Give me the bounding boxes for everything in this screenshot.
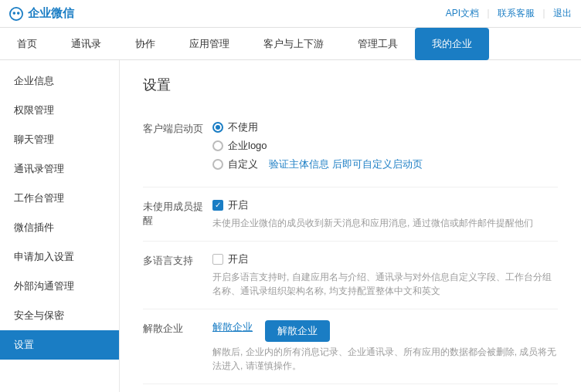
logo-text: 企业微信 [28, 6, 74, 21]
radio-option-logo[interactable]: 企业logo [212, 139, 558, 153]
radio-custom[interactable] [212, 159, 223, 170]
checkbox-reminder-label: 开启 [228, 198, 248, 212]
radio-no-use[interactable] [212, 122, 223, 133]
setting-label-multilang: 多语言支持 [143, 252, 212, 268]
radio-option-no-use[interactable]: 不使用 [212, 120, 558, 134]
checkbox-option-multilang[interactable]: 开启 [212, 252, 558, 266]
content-area: 设置 客户端启动页 不使用 企业logo 自定义 验证主体信息 后即可自定义启动… [120, 60, 581, 392]
radio-logo-label: 企业logo [228, 139, 267, 153]
nav-item-contacts[interactable]: 通讯录 [54, 28, 118, 60]
dissolve-section: 解散企业 解散企业 [212, 320, 558, 342]
setting-label-reminder: 未使用成员提醒 [143, 198, 212, 228]
nav-item-mycompany[interactable]: 我的企业 [415, 28, 489, 60]
checkbox-multilang-label: 开启 [228, 252, 248, 266]
sidebar-item-chat[interactable]: 聊天管理 [0, 125, 119, 154]
radio-no-use-label: 不使用 [228, 120, 258, 134]
api-link[interactable]: API文档 [446, 7, 479, 20]
nav-item-collab[interactable]: 协作 [118, 28, 172, 60]
sidebar: 企业信息 权限管理 聊天管理 通讯录管理 工作台管理 微信插件 申请加入设置 外… [0, 60, 120, 392]
nav-item-customer[interactable]: 客户与上下游 [246, 28, 341, 60]
setting-row-reminder: 未使用成员提醒 开启 未使用企业微信的成员收到新天消息和应用消息, 通过微信或邮… [143, 188, 558, 242]
multilang-hint: 开启多语言支持时, 自建应用名与介绍、通讯录与对外信息自定义字段、工作台分组名称… [212, 270, 558, 298]
sidebar-item-workbench[interactable]: 工作台管理 [0, 184, 119, 213]
logout-link[interactable]: 退出 [553, 7, 572, 20]
sidebar-item-wechat-plugin[interactable]: 微信插件 [0, 213, 119, 242]
radio-option-custom[interactable]: 自定义 验证主体信息 后即可自定义启动页 [212, 157, 558, 171]
dissolve-link[interactable]: 解散企业 [212, 320, 253, 334]
sidebar-item-company-info[interactable]: 企业信息 [0, 66, 119, 96]
sidebar-item-settings[interactable]: 设置 [0, 330, 119, 360]
setting-control-dissolve: 解散企业 解散企业 解散后, 企业内的所有消息记录、企业通讯录、所有应用的数据都… [212, 320, 558, 373]
nav-item-appmanage[interactable]: 应用管理 [172, 28, 246, 60]
sidebar-item-security[interactable]: 安全与保密 [0, 301, 119, 330]
sidebar-item-join-settings[interactable]: 申请加入设置 [0, 242, 119, 272]
page-title: 设置 [143, 76, 558, 94]
verify-link[interactable]: 验证主体信息 后即可自定义启动页 [269, 157, 423, 171]
divider1: ｜ [484, 7, 493, 20]
nav-item-tools[interactable]: 管理工具 [341, 28, 415, 60]
svg-point-0 [10, 7, 22, 19]
contact-link[interactable]: 联系客服 [498, 7, 535, 20]
dissolve-button[interactable]: 解散企业 [265, 320, 330, 342]
top-bar-links: API文档 ｜ 联系客服 ｜ 退出 [446, 7, 572, 20]
top-bar: 企业微信 API文档 ｜ 联系客服 ｜ 退出 [0, 0, 581, 28]
logo: 企业微信 [9, 6, 74, 21]
radio-logo[interactable] [212, 140, 223, 151]
sidebar-item-external-comm[interactable]: 外部沟通管理 [0, 272, 119, 301]
sidebar-item-contacts-mgmt[interactable]: 通讯录管理 [0, 154, 119, 184]
nav-item-home[interactable]: 首页 [0, 28, 54, 60]
nav-bar: 首页 通讯录 协作 应用管理 客户与上下游 管理工具 我的企业 [0, 28, 581, 60]
svg-point-1 [13, 12, 16, 15]
dissolve-hint: 解散后, 企业内的所有消息记录、企业通讯录、所有应用的数据都会被删除, 成员将无… [212, 345, 558, 373]
setting-label-dissolve: 解散企业 [143, 320, 212, 336]
setting-control-launch: 不使用 企业logo 自定义 验证主体信息 后即可自定义启动页 [212, 120, 558, 176]
sidebar-item-permission[interactable]: 权限管理 [0, 96, 119, 125]
radio-custom-label: 自定义 [228, 157, 258, 171]
checkbox-option-reminder[interactable]: 开启 [212, 198, 558, 212]
svg-point-2 [17, 12, 20, 15]
divider2: ｜ [539, 7, 549, 20]
logo-icon [9, 7, 23, 21]
setting-label-launch: 客户端启动页 [143, 120, 212, 136]
setting-control-multilang: 开启 开启多语言支持时, 自建应用名与介绍、通讯录与对外信息自定义字段、工作台分… [212, 252, 558, 298]
setting-row-multilang: 多语言支持 开启 开启多语言支持时, 自建应用名与介绍、通讯录与对外信息自定义字… [143, 242, 558, 309]
checkbox-reminder[interactable] [212, 200, 223, 211]
setting-row-dissolve: 解散企业 解散企业 解散企业 解散后, 企业内的所有消息记录、企业通讯录、所有应… [143, 309, 558, 384]
setting-row-launch-page: 客户端启动页 不使用 企业logo 自定义 验证主体信息 后即可自定义启动页 [143, 110, 558, 188]
checkbox-multilang[interactable] [212, 254, 223, 265]
setting-control-reminder: 开启 未使用企业微信的成员收到新天消息和应用消息, 通过微信或邮件邮件提醒他们 [212, 198, 558, 230]
main-layout: 企业信息 权限管理 聊天管理 通讯录管理 工作台管理 微信插件 申请加入设置 外… [0, 60, 581, 392]
reminder-hint: 未使用企业微信的成员收到新天消息和应用消息, 通过微信或邮件邮件提醒他们 [212, 216, 558, 230]
